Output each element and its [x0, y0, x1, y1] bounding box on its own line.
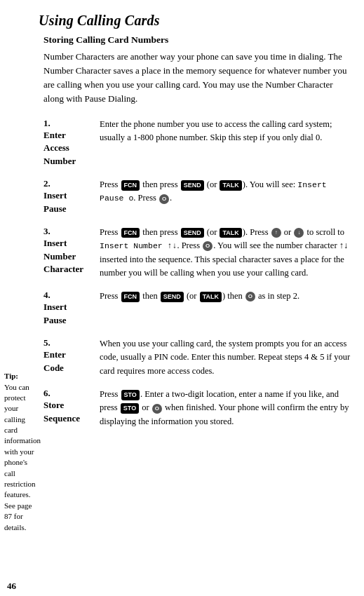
step-6-num: 6. — [43, 388, 50, 398]
step-4-num: 4. — [43, 290, 50, 300]
fcn-badge: FCN — [121, 180, 140, 191]
down-btn-3: ↓ — [294, 228, 304, 238]
step-3-content: Press FCN then press SEND (or TALK). Pre… — [100, 226, 351, 280]
page-title: Using Calling Cards — [39, 13, 350, 29]
step-1-label: 1. EnterAccessNumber — [43, 118, 100, 169]
step-3-num: 3. — [43, 226, 50, 236]
step-5-label: 5. EnterCode — [43, 337, 100, 375]
step-6-title: StoreSequence — [43, 399, 94, 426]
tip-label: Tip: — [4, 372, 18, 380]
fcn-badge-3: FCN — [121, 228, 140, 238]
tip-text: You can protect your calling card inform… — [4, 383, 41, 531]
step-4: 4. InsertPause Press FCN then SEND (or T… — [43, 290, 351, 327]
o-btn-4: O — [245, 292, 255, 302]
page-header: Using Calling Cards — [0, 0, 364, 34]
step-2: 2. InsertPause Press FCN then press SEND… — [43, 178, 351, 216]
content-area: Tip: You can protect your calling card i… — [0, 34, 364, 575]
step-5: 5. EnterCode When you use your calling c… — [43, 337, 351, 378]
page: Using Calling Cards Tip: You can protect… — [0, 0, 364, 596]
sto-badge-6b: STO — [121, 403, 139, 414]
send-badge: SEND — [181, 180, 204, 191]
talk-badge-3: TALK — [220, 228, 241, 238]
o-btn-3: O — [203, 241, 213, 251]
step-4-title: InsertPause — [43, 301, 94, 327]
step-5-title: EnterCode — [43, 348, 94, 375]
o-btn: O — [159, 194, 169, 204]
send-badge-3: SEND — [181, 228, 204, 238]
insert-number-text: Insert Number ↑↓ — [100, 241, 177, 250]
step-2-title: InsertPause — [43, 189, 94, 216]
step-2-content: Press FCN then press SEND (or TALK). You… — [100, 178, 351, 205]
talk-badge: TALK — [220, 180, 241, 191]
step-6-content: Press STO. Enter a two-digit location, e… — [100, 388, 351, 428]
main-content: Storing Calling Card Numbers Number Char… — [41, 34, 364, 575]
intro-text: Number Characters are another way your p… — [43, 50, 351, 107]
step-1-title: EnterAccessNumber — [43, 129, 94, 169]
step-5-num: 5. — [43, 337, 50, 348]
step-1: 1. EnterAccessNumber Enter the phone num… — [43, 118, 351, 169]
step-4-label: 4. InsertPause — [43, 290, 100, 327]
section-title: Storing Calling Card Numbers — [43, 34, 351, 46]
step-1-content: Enter the phone number you use to access… — [100, 118, 351, 145]
step-4-content: Press FCN then SEND (or TALK) then O as … — [100, 290, 351, 303]
step-5-content: When you use your calling card, the syst… — [100, 337, 351, 378]
o-btn-6: O — [152, 404, 162, 414]
step-6: 6. StoreSequence Press STO. Enter a two-… — [43, 388, 351, 428]
fcn-badge-4: FCN — [121, 292, 140, 302]
step-3-label: 3. InsertNumberCharacter — [43, 226, 100, 277]
step-1-num: 1. — [43, 118, 50, 128]
step-3-title: InsertNumberCharacter — [43, 237, 94, 277]
tip-box: Tip: You can protect your calling card i… — [4, 371, 36, 533]
step-3: 3. InsertNumberCharacter Press FCN then … — [43, 226, 351, 280]
page-number: 46 — [0, 575, 364, 596]
step-6-label: 6. StoreSequence — [43, 388, 100, 426]
step-2-num: 2. — [43, 178, 50, 189]
steps-list: 1. EnterAccessNumber Enter the phone num… — [43, 118, 351, 429]
sidebar: Tip: You can protect your calling card i… — [0, 34, 41, 575]
up-btn-3: ↑ — [271, 228, 281, 238]
step-2-label: 2. InsertPause — [43, 178, 100, 216]
talk-badge-4: TALK — [200, 292, 222, 302]
send-badge-4: SEND — [161, 292, 184, 302]
sto-badge-6a: STO — [121, 390, 140, 400]
